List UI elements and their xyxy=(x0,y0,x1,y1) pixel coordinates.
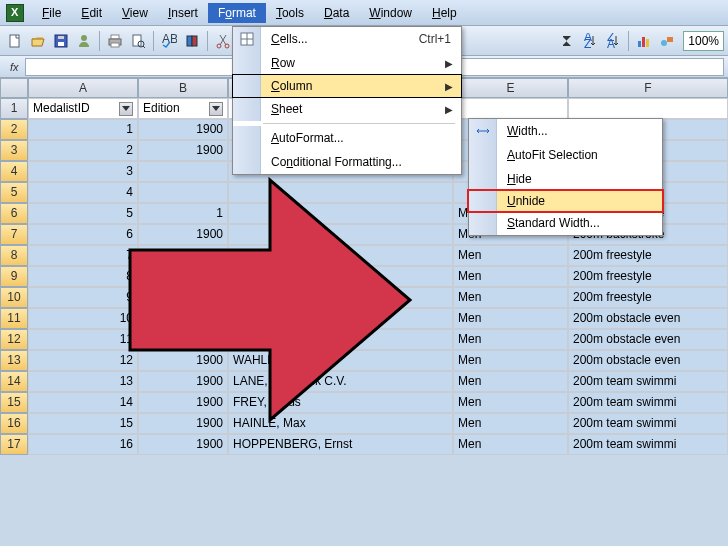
format-autoformat-item[interactable]: AutoFormat... xyxy=(233,126,461,150)
column-header-a[interactable]: A xyxy=(28,78,138,98)
cut-button[interactable] xyxy=(212,30,234,52)
cell[interactable] xyxy=(228,245,453,266)
format-cells-item[interactable]: Cells... Ctrl+1 xyxy=(233,27,461,51)
cell[interactable]: 1900 xyxy=(138,350,228,371)
cell[interactable]: 200m obstacle even xyxy=(568,350,728,371)
format-row-item[interactable]: Row ▶ xyxy=(233,51,461,75)
menu-insert[interactable]: Insert xyxy=(158,3,208,23)
cell[interactable]: 1900 xyxy=(138,371,228,392)
cell[interactable]: 12 xyxy=(28,350,138,371)
cell[interactable]: 7 xyxy=(28,245,138,266)
permission-button[interactable] xyxy=(73,30,95,52)
row-header[interactable]: 8 xyxy=(0,245,28,266)
cell[interactable]: 200m obstacle even xyxy=(568,329,728,350)
save-button[interactable] xyxy=(50,30,72,52)
cell[interactable]: 1900 xyxy=(138,308,228,329)
cell[interactable] xyxy=(453,98,568,119)
row-header[interactable]: 7 xyxy=(0,224,28,245)
row-header[interactable]: 2 xyxy=(0,119,28,140)
row-header[interactable]: 6 xyxy=(0,203,28,224)
row-header[interactable]: 11 xyxy=(0,308,28,329)
cell[interactable] xyxy=(228,266,453,287)
row-header[interactable]: 10 xyxy=(0,287,28,308)
cell[interactable]: Men xyxy=(453,392,568,413)
cell[interactable]: Men xyxy=(453,434,568,455)
cell[interactable]: LANE, Frederick C.V. xyxy=(228,371,453,392)
spelling-button[interactable]: ABC xyxy=(158,30,180,52)
cell[interactable] xyxy=(228,224,453,245)
column-width-item[interactable]: Width... xyxy=(469,119,662,143)
row-header[interactable]: 1 xyxy=(0,98,28,119)
cell[interactable]: 200m freestyle xyxy=(568,287,728,308)
menu-view[interactable]: View xyxy=(112,3,158,23)
cell[interactable]: Men xyxy=(453,287,568,308)
cell[interactable]: 200m team swimmi xyxy=(568,371,728,392)
row-header[interactable]: 12 xyxy=(0,329,28,350)
research-button[interactable] xyxy=(181,30,203,52)
cell[interactable]: LANE, Frederick C.V. xyxy=(228,308,453,329)
cell[interactable]: HAINLE, Max xyxy=(228,413,453,434)
cell[interactable]: 2 xyxy=(28,140,138,161)
cell[interactable]: Men xyxy=(453,245,568,266)
row-header[interactable]: 3 xyxy=(0,140,28,161)
cell[interactable]: 200m team swimmi xyxy=(568,392,728,413)
cell[interactable]: 200m team swimmi xyxy=(568,434,728,455)
format-sheet-item[interactable]: Sheet ▶ xyxy=(233,97,461,121)
cell[interactable]: WAHLE, Otto xyxy=(228,350,453,371)
column-header-f[interactable]: F xyxy=(568,78,728,98)
cell[interactable]: 11 xyxy=(28,329,138,350)
column-header-b[interactable]: B xyxy=(138,78,228,98)
cell[interactable]: Men xyxy=(453,329,568,350)
menu-edit[interactable]: Edit xyxy=(71,3,112,23)
cell[interactable]: 1 xyxy=(138,203,228,224)
autosum-button[interactable] xyxy=(556,30,578,52)
sort-asc-button[interactable]: AZ xyxy=(579,30,601,52)
cell[interactable]: 13 xyxy=(28,371,138,392)
menu-tools[interactable]: Tools xyxy=(266,3,314,23)
zoom-level[interactable]: 100% xyxy=(683,31,724,51)
cell[interactable]: 1900 xyxy=(138,119,228,140)
cell[interactable]: 4 xyxy=(28,182,138,203)
menu-help[interactable]: Help xyxy=(422,3,467,23)
select-all-corner[interactable] xyxy=(0,78,28,98)
cell[interactable] xyxy=(138,266,228,287)
format-column-item[interactable]: Column ▶ xyxy=(232,74,462,98)
row-header[interactable]: 14 xyxy=(0,371,28,392)
cell[interactable]: Men xyxy=(453,371,568,392)
row-header[interactable]: 16 xyxy=(0,413,28,434)
row-header[interactable]: 9 xyxy=(0,266,28,287)
cell[interactable]: 8 xyxy=(28,266,138,287)
cell[interactable] xyxy=(228,182,453,203)
column-standard-width-item[interactable]: Standard Width... xyxy=(469,211,662,235)
menu-file[interactable]: File xyxy=(32,3,71,23)
menu-format[interactable]: Format xyxy=(208,3,266,23)
cell[interactable] xyxy=(138,287,228,308)
cell[interactable]: 200m obstacle even xyxy=(568,308,728,329)
menu-data[interactable]: Data xyxy=(314,3,359,23)
print-preview-button[interactable] xyxy=(127,30,149,52)
cell[interactable] xyxy=(138,161,228,182)
cell[interactable]: 6 xyxy=(28,224,138,245)
cell[interactable]: Men xyxy=(453,308,568,329)
cell[interactable]: KEMP, Peter xyxy=(228,329,453,350)
cell[interactable]: HOPPENBERG, Ernst xyxy=(228,434,453,455)
cell[interactable]: 15 xyxy=(28,413,138,434)
row-header[interactable]: 5 xyxy=(0,182,28,203)
open-button[interactable] xyxy=(27,30,49,52)
print-button[interactable] xyxy=(104,30,126,52)
filter-dropdown-icon[interactable] xyxy=(119,102,133,116)
fx-icon[interactable]: fx xyxy=(4,61,25,73)
column-header-e[interactable]: E xyxy=(453,78,568,98)
cell[interactable] xyxy=(228,203,453,224)
cell[interactable]: 1900 xyxy=(138,392,228,413)
cell[interactable]: 200m team swimmi xyxy=(568,413,728,434)
cell[interactable]: 5 xyxy=(28,203,138,224)
row-header[interactable]: 4 xyxy=(0,161,28,182)
cell[interactable]: 1 xyxy=(28,119,138,140)
cell[interactable]: 9 xyxy=(28,287,138,308)
cell[interactable] xyxy=(568,98,728,119)
menu-window[interactable]: Window xyxy=(359,3,422,23)
cell[interactable]: 10 xyxy=(28,308,138,329)
cell-header-b[interactable]: Edition xyxy=(138,98,228,119)
row-header[interactable]: 15 xyxy=(0,392,28,413)
